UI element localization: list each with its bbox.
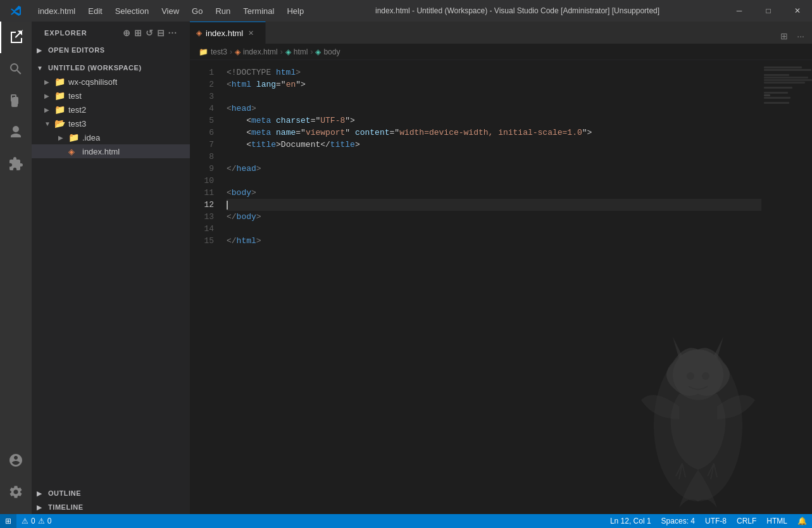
remote-icon: ⊞ <box>5 517 11 525</box>
file-index-html-icon: ◈ <box>68 147 80 156</box>
main-layout: Explorer ⊕ ⊞ ↺ ⊟ ··· ▶ Open Editors ▼ Un… <box>0 22 812 514</box>
outline-arrow: ▶ <box>37 490 47 497</box>
folder-test-icon: 📁 <box>54 91 66 101</box>
folder-test-label: test <box>68 91 82 101</box>
breadcrumb-sep-3: › <box>310 47 313 56</box>
status-cursor-position[interactable]: Ln 12, Col 1 <box>605 514 656 528</box>
breadcrumb-html[interactable]: ◈ html <box>285 47 308 56</box>
activity-extensions[interactable] <box>0 148 32 180</box>
activity-run-debug[interactable] <box>0 116 32 148</box>
line-14: 14 <box>190 223 222 235</box>
line-7: 7 <box>190 139 222 151</box>
folder-test2[interactable]: ▶ 📁 test2 <box>32 103 190 116</box>
menu-help[interactable]: Help <box>280 0 310 22</box>
code-line-11: <body> <box>227 187 761 199</box>
status-encoding[interactable]: UTF-8 <box>700 514 732 528</box>
folder-idea-label: .idea <box>82 133 100 142</box>
activity-settings[interactable] <box>0 476 32 508</box>
open-editors-arrow: ▶ <box>37 47 47 54</box>
timeline-section-header[interactable]: ▶ Timeline <box>32 500 190 514</box>
menu-selection[interactable]: Selection <box>109 0 155 22</box>
error-count: 0 <box>31 517 35 525</box>
bell-icon: 🔔 <box>797 517 807 525</box>
close-button[interactable]: ✕ <box>783 0 812 22</box>
folder-test3-arrow: ▼ <box>44 120 54 127</box>
titlebar: index.html Edit Selection View Go Run Te… <box>0 0 812 22</box>
status-notifications[interactable]: 🔔 <box>792 514 812 528</box>
tab-name: index.html <box>206 28 243 38</box>
workspace-header[interactable]: ▼ Untitled (Workspace) <box>32 61 190 75</box>
code-line-3 <box>227 91 761 103</box>
status-remote[interactable]: ⊞ <box>0 514 16 528</box>
code-line-5: <meta charset="UTF-8"> <box>227 115 761 127</box>
window-controls: ─ □ ✕ <box>725 0 812 22</box>
status-indentation[interactable]: Spaces: 4 <box>656 514 700 528</box>
folder-test2-label: test2 <box>68 105 86 115</box>
code-content[interactable]: <!DOCTYPE html> <html lang="en"> <head> … <box>222 60 761 514</box>
activity-source-control[interactable] <box>0 85 32 116</box>
maximize-button[interactable]: □ <box>754 0 783 22</box>
split-editor-icon[interactable]: ⊞ <box>778 28 790 44</box>
breadcrumb-body-label: body <box>323 47 340 56</box>
line-1: 1 <box>190 66 222 79</box>
activity-account[interactable] <box>0 444 32 476</box>
breadcrumb-index-html[interactable]: ◈ index.html <box>235 47 278 56</box>
minimize-button[interactable]: ─ <box>725 0 754 22</box>
menu-view[interactable]: View <box>155 0 185 22</box>
menu-go[interactable]: Go <box>185 0 209 22</box>
folder-test[interactable]: ▶ 📁 test <box>32 89 190 103</box>
tab-bar: ◈ index.html ✕ ⊞ ··· <box>190 22 812 44</box>
open-editors-header[interactable]: ▶ Open Editors <box>32 43 190 57</box>
collapse-icon[interactable]: ⊟ <box>157 28 165 38</box>
activity-explorer[interactable] <box>0 22 32 53</box>
line-8: 8 <box>190 151 222 163</box>
activity-search[interactable] <box>0 53 32 85</box>
status-errors[interactable]: ⚠ 0 ⚠ 0 <box>16 514 56 528</box>
folder-wx-cqshilisoft[interactable]: ▶ 📁 wx-cqshilisoft <box>32 75 190 89</box>
line-2: 2 <box>190 79 222 91</box>
line-9: 9 <box>190 163 222 175</box>
folder-test2-arrow: ▶ <box>44 106 54 113</box>
status-language[interactable]: HTML <box>761 514 792 528</box>
more-options-icon[interactable]: ··· <box>168 28 177 38</box>
code-line-8 <box>227 151 761 163</box>
code-line-12 <box>227 199 761 211</box>
timeline-label: Timeline <box>48 503 84 511</box>
folder-test2-icon: 📁 <box>54 104 66 115</box>
menu-terminal[interactable]: Terminal <box>237 0 280 22</box>
breadcrumb-body[interactable]: ◈ body <box>315 47 340 56</box>
code-line-10 <box>227 175 761 187</box>
file-index-html[interactable]: ▶ ◈ index.html <box>32 144 190 158</box>
folder-idea[interactable]: ▶ 📁 .idea <box>32 130 190 144</box>
new-folder-icon[interactable]: ⊞ <box>134 28 142 38</box>
code-editor[interactable]: 1 2 3 4 5 6 7 8 9 10 11 12 13 14 15 <!DO… <box>190 60 812 514</box>
breadcrumb-folder-icon: 📁 <box>199 47 208 56</box>
menu-run[interactable]: Run <box>209 0 237 22</box>
tab-close-button[interactable]: ✕ <box>247 28 255 39</box>
tab-index-html[interactable]: ◈ index.html ✕ <box>190 22 266 44</box>
code-line-13: </body> <box>227 211 761 223</box>
status-line-endings[interactable]: CRLF <box>732 514 761 528</box>
menu-edit[interactable]: Edit <box>82 0 108 22</box>
sidebar-title: Explorer <box>44 29 87 37</box>
folder-test3[interactable]: ▼ 📂 test3 <box>32 116 190 130</box>
editor-area: ◈ index.html ✕ ⊞ ··· 📁 test3 › ◈ index.h… <box>190 22 812 514</box>
code-line-2: <html lang="en"> <box>227 79 761 91</box>
language-label: HTML <box>766 517 787 525</box>
warning-icon: ⚠ <box>38 517 45 525</box>
refresh-icon[interactable]: ↺ <box>146 28 154 38</box>
tab-file-icon: ◈ <box>196 28 202 37</box>
line-3: 3 <box>190 91 222 103</box>
new-file-icon[interactable]: ⊕ <box>123 28 131 38</box>
menu-file[interactable]: index.html <box>32 0 82 22</box>
line-endings-label: CRLF <box>737 517 756 525</box>
code-line-7: <title>Document</title> <box>227 139 761 151</box>
outline-section-header[interactable]: ▶ Outline <box>32 486 190 500</box>
more-tab-options-icon[interactable]: ··· <box>794 28 807 44</box>
window-title: index.html - Untitled (Workspace) - Visu… <box>310 6 725 15</box>
folder-test-arrow: ▶ <box>44 92 54 99</box>
folder-test3-icon: 📂 <box>54 118 66 129</box>
status-bar: ⊞ ⚠ 0 ⚠ 0 Ln 12, Col 1 Spaces: 4 UTF-8 C… <box>0 514 812 528</box>
breadcrumb-test3[interactable]: 📁 test3 <box>199 47 227 56</box>
code-line-15: </html> <box>227 235 761 247</box>
